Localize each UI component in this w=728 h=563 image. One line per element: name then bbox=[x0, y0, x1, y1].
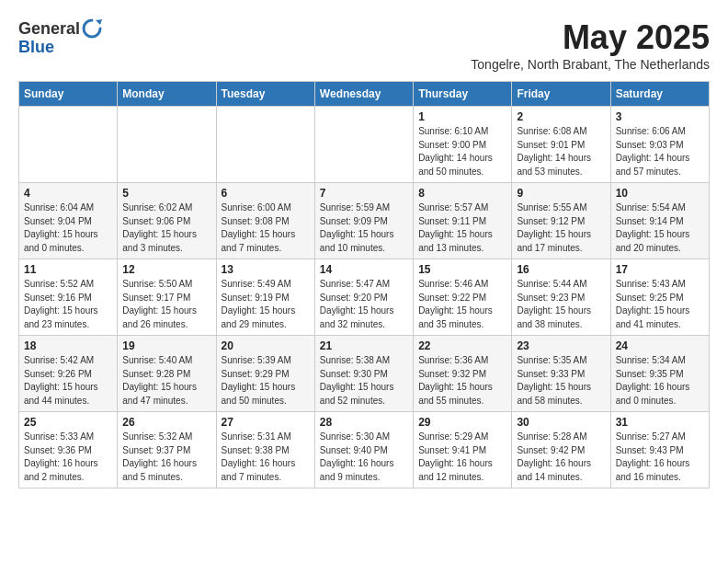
calendar-cell: 11Sunrise: 5:52 AMSunset: 9:16 PMDayligh… bbox=[19, 259, 118, 336]
day-number: 9 bbox=[517, 187, 605, 200]
day-info: Sunrise: 5:57 AMSunset: 9:11 PMDaylight:… bbox=[418, 201, 506, 255]
page-header: General Blue May 2025 Tongelre, North Br… bbox=[18, 18, 710, 72]
day-info: Sunrise: 5:52 AMSunset: 9:16 PMDaylight:… bbox=[24, 278, 112, 331]
calendar-cell: 6Sunrise: 6:00 AMSunset: 9:08 PMDaylight… bbox=[216, 183, 314, 259]
day-number: 11 bbox=[24, 263, 112, 276]
calendar-table: SundayMondayTuesdayWednesdayThursdayFrid… bbox=[18, 81, 710, 488]
day-info: Sunrise: 5:32 AMSunset: 9:37 PMDaylight:… bbox=[122, 431, 210, 484]
calendar-cell: 5Sunrise: 6:02 AMSunset: 9:06 PMDaylight… bbox=[118, 183, 216, 259]
logo-general: General bbox=[18, 20, 80, 37]
day-number: 31 bbox=[616, 416, 704, 429]
column-header-tuesday: Tuesday bbox=[216, 82, 314, 107]
calendar-cell: 20Sunrise: 5:39 AMSunset: 9:29 PMDayligh… bbox=[216, 336, 314, 412]
day-number: 19 bbox=[122, 339, 210, 352]
calendar-cell: 22Sunrise: 5:36 AMSunset: 9:32 PMDayligh… bbox=[414, 336, 512, 412]
calendar-cell: 15Sunrise: 5:46 AMSunset: 9:22 PMDayligh… bbox=[414, 259, 512, 336]
calendar-cell: 26Sunrise: 5:32 AMSunset: 9:37 PMDayligh… bbox=[118, 412, 216, 488]
column-header-sunday: Sunday bbox=[19, 82, 118, 107]
day-number: 6 bbox=[222, 187, 310, 200]
day-number: 26 bbox=[122, 416, 210, 429]
day-number: 30 bbox=[517, 416, 605, 429]
day-info: Sunrise: 5:59 AMSunset: 9:09 PMDaylight:… bbox=[320, 201, 408, 255]
day-info: Sunrise: 5:29 AMSunset: 9:41 PMDaylight:… bbox=[418, 431, 506, 484]
location-subtitle: Tongelre, North Brabant, The Netherlands bbox=[471, 57, 710, 72]
calendar-cell: 3Sunrise: 6:06 AMSunset: 9:03 PMDaylight… bbox=[610, 107, 709, 183]
title-block: May 2025 Tongelre, North Brabant, The Ne… bbox=[471, 18, 710, 72]
day-info: Sunrise: 5:36 AMSunset: 9:32 PMDaylight:… bbox=[418, 354, 506, 408]
day-info: Sunrise: 6:04 AMSunset: 9:04 PMDaylight:… bbox=[24, 201, 112, 255]
calendar-cell bbox=[216, 107, 314, 183]
week-row: 18Sunrise: 5:42 AMSunset: 9:26 PMDayligh… bbox=[19, 336, 710, 412]
day-number: 2 bbox=[517, 110, 605, 123]
day-number: 28 bbox=[320, 416, 408, 429]
day-info: Sunrise: 5:47 AMSunset: 9:20 PMDaylight:… bbox=[320, 278, 408, 331]
day-info: Sunrise: 5:31 AMSunset: 9:38 PMDaylight:… bbox=[222, 431, 310, 484]
day-number: 15 bbox=[418, 263, 506, 276]
day-number: 5 bbox=[122, 187, 210, 200]
calendar-cell: 23Sunrise: 5:35 AMSunset: 9:33 PMDayligh… bbox=[512, 336, 610, 412]
day-info: Sunrise: 6:06 AMSunset: 9:03 PMDaylight:… bbox=[616, 125, 704, 178]
calendar-cell: 31Sunrise: 5:27 AMSunset: 9:43 PMDayligh… bbox=[610, 412, 709, 488]
day-info: Sunrise: 5:46 AMSunset: 9:22 PMDaylight:… bbox=[418, 278, 506, 331]
logo-blue: Blue bbox=[18, 38, 54, 56]
column-header-monday: Monday bbox=[118, 82, 216, 107]
calendar-cell: 13Sunrise: 5:49 AMSunset: 9:19 PMDayligh… bbox=[216, 259, 314, 336]
day-number: 23 bbox=[517, 339, 605, 352]
day-info: Sunrise: 5:38 AMSunset: 9:30 PMDaylight:… bbox=[320, 354, 408, 408]
day-number: 10 bbox=[616, 187, 704, 200]
week-row: 4Sunrise: 6:04 AMSunset: 9:04 PMDaylight… bbox=[19, 183, 710, 259]
column-header-thursday: Thursday bbox=[414, 82, 512, 107]
calendar-cell: 16Sunrise: 5:44 AMSunset: 9:23 PMDayligh… bbox=[512, 259, 610, 336]
day-number: 18 bbox=[24, 339, 112, 352]
day-info: Sunrise: 5:39 AMSunset: 9:29 PMDaylight:… bbox=[222, 354, 310, 408]
day-info: Sunrise: 5:30 AMSunset: 9:40 PMDaylight:… bbox=[320, 431, 408, 484]
day-info: Sunrise: 5:54 AMSunset: 9:14 PMDaylight:… bbox=[616, 201, 704, 255]
day-number: 3 bbox=[616, 110, 704, 123]
calendar-cell: 2Sunrise: 6:08 AMSunset: 9:01 PMDaylight… bbox=[512, 107, 610, 183]
week-row: 11Sunrise: 5:52 AMSunset: 9:16 PMDayligh… bbox=[19, 259, 710, 336]
calendar-cell: 28Sunrise: 5:30 AMSunset: 9:40 PMDayligh… bbox=[314, 412, 413, 488]
day-number: 27 bbox=[222, 416, 310, 429]
column-header-wednesday: Wednesday bbox=[314, 82, 413, 107]
day-number: 8 bbox=[418, 187, 506, 200]
column-header-friday: Friday bbox=[512, 82, 610, 107]
logo: General Blue bbox=[18, 18, 102, 56]
day-info: Sunrise: 5:43 AMSunset: 9:25 PMDaylight:… bbox=[616, 278, 704, 331]
day-number: 16 bbox=[517, 263, 605, 276]
calendar-cell: 12Sunrise: 5:50 AMSunset: 9:17 PMDayligh… bbox=[118, 259, 216, 336]
calendar-cell bbox=[19, 107, 118, 183]
day-info: Sunrise: 6:10 AMSunset: 9:00 PMDaylight:… bbox=[418, 125, 506, 178]
logo-icon bbox=[82, 18, 102, 39]
day-number: 22 bbox=[418, 339, 506, 352]
calendar-cell: 10Sunrise: 5:54 AMSunset: 9:14 PMDayligh… bbox=[610, 183, 709, 259]
day-info: Sunrise: 5:44 AMSunset: 9:23 PMDaylight:… bbox=[517, 278, 605, 331]
day-info: Sunrise: 6:08 AMSunset: 9:01 PMDaylight:… bbox=[517, 125, 605, 178]
calendar-cell: 25Sunrise: 5:33 AMSunset: 9:36 PMDayligh… bbox=[19, 412, 118, 488]
calendar-cell: 4Sunrise: 6:04 AMSunset: 9:04 PMDaylight… bbox=[19, 183, 118, 259]
day-number: 17 bbox=[616, 263, 704, 276]
calendar-cell: 9Sunrise: 5:55 AMSunset: 9:12 PMDaylight… bbox=[512, 183, 610, 259]
calendar-cell: 18Sunrise: 5:42 AMSunset: 9:26 PMDayligh… bbox=[19, 336, 118, 412]
calendar-cell: 17Sunrise: 5:43 AMSunset: 9:25 PMDayligh… bbox=[610, 259, 709, 336]
calendar-cell: 29Sunrise: 5:29 AMSunset: 9:41 PMDayligh… bbox=[414, 412, 512, 488]
day-info: Sunrise: 5:33 AMSunset: 9:36 PMDaylight:… bbox=[24, 431, 112, 484]
calendar-cell: 19Sunrise: 5:40 AMSunset: 9:28 PMDayligh… bbox=[118, 336, 216, 412]
calendar-cell: 30Sunrise: 5:28 AMSunset: 9:42 PMDayligh… bbox=[512, 412, 610, 488]
calendar-cell: 24Sunrise: 5:34 AMSunset: 9:35 PMDayligh… bbox=[610, 336, 709, 412]
calendar-cell bbox=[314, 107, 413, 183]
day-number: 1 bbox=[418, 110, 506, 123]
day-info: Sunrise: 5:55 AMSunset: 9:12 PMDaylight:… bbox=[517, 201, 605, 255]
day-number: 24 bbox=[616, 339, 704, 352]
day-number: 20 bbox=[222, 339, 310, 352]
day-number: 25 bbox=[24, 416, 112, 429]
calendar-cell bbox=[118, 107, 216, 183]
column-header-saturday: Saturday bbox=[610, 82, 709, 107]
day-info: Sunrise: 5:27 AMSunset: 9:43 PMDaylight:… bbox=[616, 431, 704, 484]
header-row: SundayMondayTuesdayWednesdayThursdayFrid… bbox=[19, 82, 710, 107]
day-info: Sunrise: 5:42 AMSunset: 9:26 PMDaylight:… bbox=[24, 354, 112, 408]
day-info: Sunrise: 5:28 AMSunset: 9:42 PMDaylight:… bbox=[517, 431, 605, 484]
day-number: 12 bbox=[122, 263, 210, 276]
calendar-cell: 21Sunrise: 5:38 AMSunset: 9:30 PMDayligh… bbox=[314, 336, 413, 412]
day-number: 13 bbox=[222, 263, 310, 276]
day-info: Sunrise: 5:35 AMSunset: 9:33 PMDaylight:… bbox=[517, 354, 605, 408]
